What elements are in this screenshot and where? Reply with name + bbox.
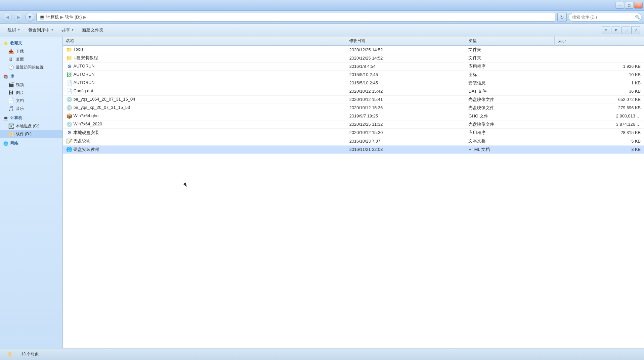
sidebar-item-desktop[interactable]: 🖥 桌面 bbox=[0, 55, 63, 63]
new-folder-button[interactable]: 新建文件夹 bbox=[78, 25, 107, 35]
table-row[interactable]: 🌐硬盘安装教程2016/11/21 22:03HTML 文档3 KB bbox=[63, 145, 644, 154]
sidebar-item-d-drive[interactable]: 📀 软件 (D:) bbox=[0, 130, 63, 138]
include-dropdown-icon: ▼ bbox=[51, 28, 54, 31]
music-icon: 🎵 bbox=[8, 106, 14, 112]
sidebar-item-c-drive[interactable]: 💽 本地磁盘 (C:) bbox=[0, 122, 63, 130]
table-row[interactable]: 📄Config.dat2020/10/12 15:42DAT 文件36 KB bbox=[63, 87, 644, 95]
file-type-cell: 光盘映像文件 bbox=[465, 120, 554, 128]
file-type-cell: 图标 bbox=[465, 70, 554, 79]
share-button[interactable]: 共享 ▼ bbox=[58, 25, 78, 35]
table-row[interactable]: ⚙本地硬盘安装2020/10/12 15:30应用程序28,315 KB bbox=[63, 128, 644, 137]
file-icon: ⚙ bbox=[66, 64, 72, 69]
file-name-cell: 💿pe_yqs_xp_20_07_31_15_53 bbox=[63, 104, 346, 112]
table-row[interactable]: 🖼AUTORUN2015/5/10 2:45图标10 KB bbox=[63, 70, 644, 79]
drive-label[interactable]: 软件 (D:) bbox=[65, 14, 82, 20]
table-row[interactable]: 📁Tools2020/12/25 14:52文件夹 bbox=[63, 46, 644, 54]
sidebar-item-music[interactable]: 🎵 音乐 bbox=[0, 105, 63, 112]
sidebar-item-documents[interactable]: 📄 文档 bbox=[0, 97, 63, 105]
file-name-cell: ⚙AUTORUN bbox=[63, 62, 346, 70]
file-icon: 🖼 bbox=[66, 72, 72, 78]
organize-label: 组织 bbox=[8, 27, 16, 33]
table-row[interactable]: 📦Win7x64.gho2019/9/7 19:25GHO 文件2,900,81… bbox=[63, 112, 644, 120]
file-icon: 📄 bbox=[66, 88, 72, 94]
help-button[interactable]: ? bbox=[631, 26, 640, 34]
file-name-cell: 📝光盘说明 bbox=[63, 137, 346, 146]
dropdown-button[interactable]: ▼ bbox=[25, 13, 34, 22]
file-name-cell: ⚙本地硬盘安装 bbox=[63, 128, 346, 137]
sidebar-item-pictures[interactable]: 🖼 图片 bbox=[0, 89, 63, 97]
address-bar: ◀ ▶ ▼ 💻 计算机 ▶ 软件 (D:) ▶ ↻ 🔍 bbox=[0, 11, 644, 24]
file-name-cell: 💿pe_yqs_1064_20_07_31_16_04 bbox=[63, 95, 346, 104]
view-toggle-button[interactable]: ≡ bbox=[602, 26, 610, 34]
file-date-cell: 2020/12/25 14:52 bbox=[346, 46, 465, 54]
file-date-cell: 2015/5/10 2:45 bbox=[346, 70, 465, 79]
sidebar-header-network[interactable]: 🌐 网络 bbox=[0, 139, 63, 148]
maximize-button[interactable]: □ bbox=[625, 2, 633, 9]
file-size-cell: 279,696 KB bbox=[555, 104, 644, 112]
toolbar-right: ≡ ▼ ⊞ ? bbox=[602, 26, 640, 34]
minimize-button[interactable]: — bbox=[616, 2, 624, 9]
file-size-cell: 652,072 KB bbox=[555, 95, 644, 104]
file-date-cell: 2016/10/23 7:07 bbox=[346, 137, 465, 146]
desktop-label: 桌面 bbox=[16, 57, 24, 62]
file-name-cell: 💿Win7x64_2020 bbox=[63, 120, 346, 128]
downloads-icon: 📥 bbox=[8, 48, 14, 54]
table-row[interactable]: 💿pe_yqs_xp_20_07_31_15_532020/10/12 15:3… bbox=[63, 104, 644, 112]
sidebar-section-computer: 💻 计算机 💽 本地磁盘 (C:) 📀 软件 (D:) bbox=[0, 114, 63, 138]
desktop-icon: 🖥 bbox=[8, 56, 14, 62]
file-date-cell: 2020/10/12 15:36 bbox=[346, 104, 465, 112]
computer-label[interactable]: 计算机 bbox=[46, 14, 59, 20]
file-type-cell: 安装信息 bbox=[465, 79, 554, 87]
sidebar-item-downloads[interactable]: 📥 下载 bbox=[0, 47, 63, 55]
music-label: 音乐 bbox=[16, 106, 24, 112]
file-name-cell: 📦Win7x64.gho bbox=[63, 112, 346, 120]
col-header-date[interactable]: 修改日期 bbox=[346, 36, 465, 46]
file-type-cell: 应用程序 bbox=[465, 128, 554, 137]
search-input[interactable] bbox=[569, 13, 641, 22]
include-library-button[interactable]: 包含到库中 ▼ bbox=[24, 25, 57, 35]
file-area[interactable]: 名称 修改日期 类型 大小 📁Tools2020/12/25 14:52文件夹📁… bbox=[63, 36, 644, 348]
file-date-cell: 2016/11/21 22:03 bbox=[346, 145, 465, 154]
col-header-name[interactable]: 名称 bbox=[63, 36, 346, 46]
sidebar-item-recent[interactable]: 🕐 最近访问的位置 bbox=[0, 63, 63, 71]
preview-button[interactable]: ⊞ bbox=[622, 26, 630, 34]
status-bar: 📀 13 个对象 bbox=[0, 348, 644, 360]
search-icon[interactable]: 🔍 bbox=[635, 15, 640, 20]
sidebar-header-favorites[interactable]: ⭐ 收藏夹 bbox=[0, 39, 63, 47]
computer-nav-label: 计算机 bbox=[10, 115, 22, 121]
sidebar-header-computer[interactable]: 💻 计算机 bbox=[0, 114, 63, 122]
file-size-cell: 36 KB bbox=[555, 87, 644, 95]
sidebar-item-video[interactable]: 🎬 视频 bbox=[0, 81, 63, 89]
file-icon: 📁 bbox=[66, 55, 72, 61]
c-drive-label: 本地磁盘 (C:) bbox=[16, 123, 39, 129]
table-row[interactable]: 💿pe_yqs_1064_20_07_31_16_042020/10/12 15… bbox=[63, 95, 644, 104]
documents-icon: 📄 bbox=[8, 98, 14, 104]
table-row[interactable]: 📝光盘说明2016/10/23 7:07文本文档5 KB bbox=[63, 137, 644, 146]
file-icon: 📄 bbox=[66, 80, 72, 86]
file-name-cell: 📁Tools bbox=[63, 46, 346, 54]
table-row[interactable]: 📁U盘安装教程2020/12/25 14:52文件夹 bbox=[63, 54, 644, 63]
file-size-cell: 3,874,126 … bbox=[555, 120, 644, 128]
status-icon: 📀 bbox=[4, 348, 16, 360]
col-header-type[interactable]: 类型 bbox=[465, 36, 554, 46]
sidebar-header-library[interactable]: 📚 库 bbox=[0, 72, 63, 81]
table-row[interactable]: 📄AUTORUN2015/5/10 2:45安装信息1 KB bbox=[63, 79, 644, 87]
address-path[interactable]: 💻 计算机 ▶ 软件 (D:) ▶ bbox=[36, 13, 555, 22]
table-row[interactable]: 💿Win7x64_20202020/12/25 11:32光盘映像文件3,874… bbox=[63, 120, 644, 128]
forward-button[interactable]: ▶ bbox=[14, 13, 23, 22]
file-icon: ⚙ bbox=[66, 130, 72, 136]
col-header-size[interactable]: 大小 bbox=[555, 36, 644, 46]
file-type-cell: 文本文档 bbox=[465, 137, 554, 146]
sidebar-section-network: 🌐 网络 bbox=[0, 139, 63, 148]
back-button[interactable]: ◀ bbox=[3, 13, 12, 22]
search-wrapper: 🔍 bbox=[569, 13, 641, 22]
d-drive-label: 软件 (D:) bbox=[16, 131, 31, 137]
file-size-cell bbox=[555, 54, 644, 63]
table-row[interactable]: ⚙AUTORUN2016/1/8 4:54应用程序1,926 KB bbox=[63, 62, 644, 70]
view-dropdown-button[interactable]: ▼ bbox=[612, 26, 620, 34]
refresh-button[interactable]: ↻ bbox=[557, 13, 567, 22]
file-type-cell: 文件夹 bbox=[465, 54, 554, 63]
file-date-cell: 2015/5/10 2:45 bbox=[346, 79, 465, 87]
organize-button[interactable]: 组织 ▼ bbox=[4, 25, 24, 35]
close-button[interactable]: ✕ bbox=[634, 2, 643, 9]
